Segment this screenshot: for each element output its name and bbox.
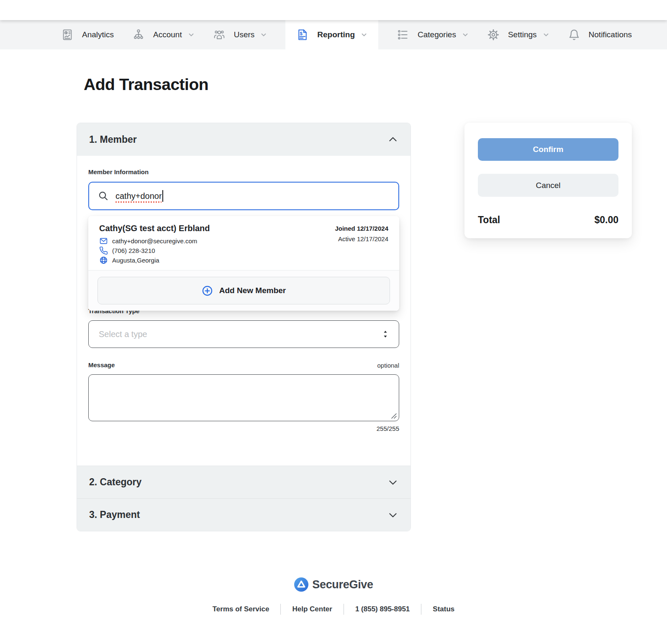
member-name: Cathy(SG test acct) Erbland <box>99 223 210 234</box>
chevron-down-icon <box>543 31 549 38</box>
plus-circle-icon <box>202 285 213 296</box>
add-new-member-label: Add New Member <box>219 286 286 295</box>
nav-account[interactable]: Account <box>132 20 195 49</box>
member-email: cathy+donor@securegive.com <box>112 236 197 246</box>
nav-settings[interactable]: Settings <box>487 20 549 49</box>
support-phone-link[interactable]: 1 (855) 895-8951 <box>355 605 410 613</box>
member-section-header[interactable]: 1. Member <box>77 123 410 156</box>
reporting-document-icon: $ <box>296 28 309 41</box>
page-footer: SecureGive Terms of Service Help Center … <box>0 577 667 615</box>
total-value: $0.00 <box>594 214 618 226</box>
search-icon <box>98 191 109 201</box>
nav-label: Analytics <box>82 30 114 39</box>
member-phone-row: (706) 228-3210 <box>99 246 210 255</box>
member-location: Augusta,Georgia <box>112 255 159 265</box>
nav-analytics[interactable]: Analytics <box>61 20 114 49</box>
add-transaction-form: 1. Member Member Information cathy+donor… <box>77 123 411 531</box>
chevron-down-icon <box>387 477 398 488</box>
member-active-date: Active 12/17/2024 <box>335 234 388 244</box>
member-phone: (706) 228-3210 <box>112 246 155 255</box>
payment-section-title: 3. Payment <box>89 509 140 520</box>
brand-name: SecureGive <box>312 578 373 591</box>
analytics-icon <box>61 28 74 41</box>
brand: SecureGive <box>294 577 373 592</box>
phone-icon <box>99 246 108 255</box>
nav-reporting[interactable]: $ Reporting <box>285 20 378 49</box>
main-nav: Analytics Account Users $ Reporting <box>0 20 667 49</box>
nav-label: Settings <box>508 30 537 39</box>
chevron-down-icon <box>462 31 469 38</box>
member-section-title: 1. Member <box>89 134 137 145</box>
top-bar <box>0 0 667 20</box>
message-textarea[interactable] <box>88 374 399 421</box>
summary-card: Confirm Cancel Total $0.00 <box>464 123 632 238</box>
add-new-member-button[interactable]: Add New Member <box>97 277 390 304</box>
help-center-link[interactable]: Help Center <box>292 605 332 613</box>
securegive-logo-icon <box>294 577 309 592</box>
category-section-header[interactable]: 2. Category <box>77 466 410 498</box>
bell-icon <box>568 28 580 41</box>
member-result[interactable]: Cathy(SG test acct) Erbland cathy+donor@… <box>88 216 399 270</box>
chevron-up-icon <box>387 134 398 145</box>
chevron-down-icon <box>387 510 398 520</box>
select-placeholder: Select a type <box>99 330 147 339</box>
chevron-down-icon <box>188 31 195 38</box>
member-result-details: Cathy(SG test acct) Erbland cathy+donor@… <box>99 223 210 265</box>
member-search-input[interactable]: cathy+donor <box>88 182 399 210</box>
nav-label: Reporting <box>317 30 355 39</box>
message-label: Message <box>88 361 115 369</box>
message-label-row: Message optional <box>88 361 399 369</box>
nav-notifications[interactable]: Notifications <box>568 20 632 49</box>
transaction-type-select[interactable]: Select a type <box>88 320 399 348</box>
nav-categories[interactable]: Categories <box>397 20 469 49</box>
nav-label: Categories <box>418 30 456 39</box>
link-separator <box>344 604 344 615</box>
resize-handle-icon[interactable] <box>391 413 397 419</box>
member-section-body: Member Information cathy+donor Transacti… <box>77 156 410 466</box>
select-spinner-icon <box>382 330 389 339</box>
link-separator <box>421 604 421 615</box>
member-location-row: Augusta,Georgia <box>99 255 210 265</box>
nav-label: Users <box>234 30 255 39</box>
confirm-button[interactable]: Confirm <box>478 138 618 161</box>
member-result-dates: Joined 12/17/2024 Active 12/17/2024 <box>335 223 388 265</box>
page-title: Add Transaction <box>84 75 208 94</box>
member-joined-date: Joined 12/17/2024 <box>335 224 388 233</box>
email-icon <box>99 237 108 245</box>
users-icon <box>213 28 226 41</box>
footer-links: Terms of Service Help Center 1 (855) 895… <box>0 604 667 615</box>
status-link[interactable]: Status <box>433 605 454 613</box>
search-query-text: cathy+donor <box>115 191 162 201</box>
link-separator <box>280 604 281 615</box>
payment-section-header[interactable]: 3. Payment <box>77 498 410 531</box>
chevron-down-icon <box>260 31 267 38</box>
text-caret <box>162 190 163 202</box>
cancel-button[interactable]: Cancel <box>478 174 618 197</box>
account-hierarchy-icon <box>132 28 145 41</box>
gear-icon <box>487 28 500 41</box>
category-section-title: 2. Category <box>89 477 141 488</box>
chevron-down-icon <box>361 31 367 38</box>
char-counter: 255/255 <box>88 425 399 432</box>
nav-users[interactable]: Users <box>213 20 267 49</box>
add-member-area: Add New Member <box>88 270 399 311</box>
member-information-label: Member Information <box>88 168 399 176</box>
member-email-row: cathy+donor@securegive.com <box>99 236 210 246</box>
member-search-results: Cathy(SG test acct) Erbland cathy+donor@… <box>88 216 399 311</box>
total-row: Total $0.00 <box>478 214 618 226</box>
nav-label: Account <box>153 30 182 39</box>
terms-of-service-link[interactable]: Terms of Service <box>213 605 269 613</box>
nav-label: Notifications <box>589 30 632 39</box>
categories-list-icon <box>397 28 409 41</box>
globe-icon <box>99 256 108 265</box>
optional-label: optional <box>377 362 399 369</box>
svg-text:$: $ <box>300 31 303 36</box>
total-label: Total <box>478 214 500 226</box>
